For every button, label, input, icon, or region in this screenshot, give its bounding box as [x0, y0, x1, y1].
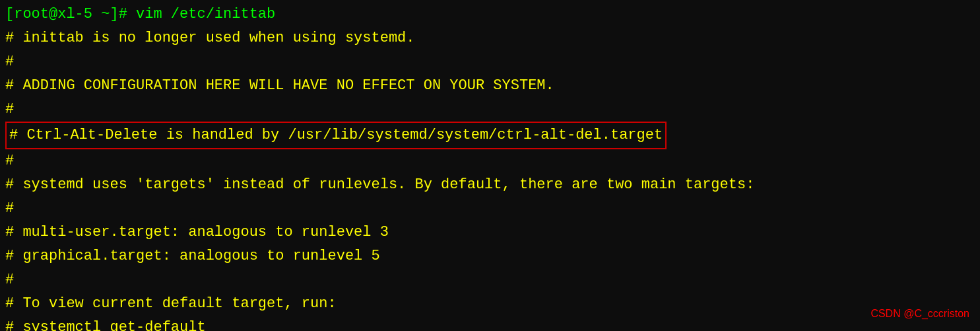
prompt-text: [root@xl-5 ~]# vim /etc/inittab: [5, 3, 275, 26]
line-5-text: # Ctrl-Alt-Delete is handled by /usr/lib…: [5, 122, 667, 149]
prompt-line: [root@xl-5 ~]# vim /etc/inittab: [5, 3, 975, 26]
line-13-text: # systemctl get-default: [5, 316, 206, 331]
line-4-text: #: [5, 98, 14, 122]
line-6: #: [5, 149, 975, 173]
line-7: # systemd uses 'targets' instead of runl…: [5, 173, 975, 197]
line-3-text: # ADDING CONFIGURATION HERE WILL HAVE NO…: [5, 74, 554, 98]
line-12-text: # To view current default target, run:: [5, 292, 337, 316]
line-11-text: #: [5, 268, 14, 292]
terminal-window: [root@xl-5 ~]# vim /etc/inittab # initta…: [0, 0, 980, 331]
line-12: # To view current default target, run:: [5, 292, 975, 316]
line-8-text: #: [5, 197, 14, 221]
line-1: # inittab is no longer used when using s…: [5, 26, 975, 50]
line-10-text: # graphical.target: analogous to runleve…: [5, 244, 380, 268]
line-6-text: #: [5, 149, 14, 173]
line-5: # Ctrl-Alt-Delete is handled by /usr/lib…: [5, 122, 975, 149]
line-10: # graphical.target: analogous to runleve…: [5, 244, 975, 268]
line-8: #: [5, 197, 975, 221]
line-1-text: # inittab is no longer used when using s…: [5, 26, 415, 50]
line-2-text: #: [5, 50, 14, 74]
line-3: # ADDING CONFIGURATION HERE WILL HAVE NO…: [5, 74, 975, 98]
watermark: CSDN @C_cccriston: [870, 302, 969, 326]
line-4: #: [5, 98, 975, 122]
line-9-text: # multi-user.target: analogous to runlev…: [5, 221, 389, 244]
line-9: # multi-user.target: analogous to runlev…: [5, 221, 975, 244]
line-11: #: [5, 268, 975, 292]
line-7-text: # systemd uses 'targets' instead of runl…: [5, 173, 754, 197]
line-13: # systemctl get-default: [5, 316, 975, 331]
line-2: #: [5, 50, 975, 74]
